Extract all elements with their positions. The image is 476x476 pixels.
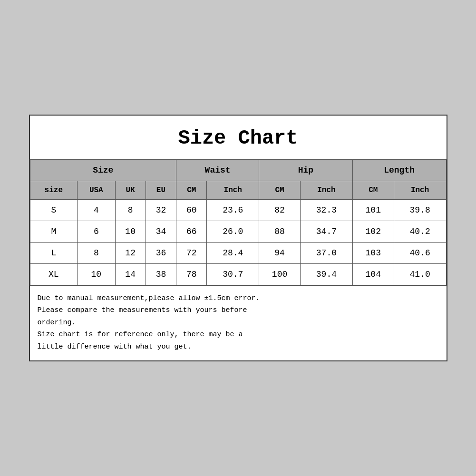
note-line-4: Size chart is for reference only, there …: [38, 329, 439, 341]
cell-eu: 34: [146, 221, 176, 242]
cell-waist-cm: 78: [176, 263, 207, 285]
table-row: XL1014387830.710039.410441.0: [30, 263, 446, 285]
col-length-cm: CM: [352, 181, 394, 199]
cell-usa: 8: [78, 242, 115, 263]
cell-uk: 10: [115, 221, 146, 242]
col-usa: USA: [78, 181, 115, 199]
note-section: Due to manual measurement,please allow ±…: [30, 285, 447, 361]
size-chart: Size Chart Size Waist Hip Length size US…: [29, 115, 447, 362]
table-body: S48326023.68232.310139.8M610346626.08834…: [30, 199, 446, 285]
cell-waist-cm: 60: [176, 199, 207, 221]
cell-size: M: [30, 221, 78, 242]
table-row: M610346626.08834.710240.2: [30, 221, 446, 242]
header-detail-row: size USA UK EU CM Inch CM Inch CM Inch: [30, 181, 446, 199]
cell-hip-inch: 39.4: [301, 263, 353, 285]
cell-waist-inch: 23.6: [207, 199, 259, 221]
col-waist-inch: Inch: [207, 181, 259, 199]
note-line-3: ordering.: [38, 317, 439, 329]
col-waist-cm: CM: [176, 181, 207, 199]
cell-eu: 38: [146, 263, 176, 285]
chart-title: Size Chart: [30, 116, 447, 159]
cell-hip-cm: 82: [259, 199, 301, 221]
table-row: L812367228.49437.010340.6: [30, 242, 446, 263]
cell-length-cm: 102: [352, 221, 394, 242]
size-table: Size Waist Hip Length size USA UK EU CM …: [30, 159, 447, 285]
cell-uk: 12: [115, 242, 146, 263]
cell-length-cm: 104: [352, 263, 394, 285]
cell-waist-cm: 66: [176, 221, 207, 242]
cell-length-inch: 41.0: [394, 263, 446, 285]
cell-waist-inch: 30.7: [207, 263, 259, 285]
cell-waist-cm: 72: [176, 242, 207, 263]
col-eu: EU: [146, 181, 176, 199]
waist-group-header: Waist: [176, 159, 259, 181]
cell-length-cm: 101: [352, 199, 394, 221]
cell-eu: 32: [146, 199, 176, 221]
cell-hip-inch: 34.7: [301, 221, 353, 242]
cell-size: L: [30, 242, 78, 263]
note-line-1: Due to manual measurement,please allow ±…: [38, 292, 439, 305]
cell-uk: 8: [115, 199, 146, 221]
note-line-2: Please compare the measurements with you…: [38, 304, 439, 317]
cell-hip-inch: 37.0: [301, 242, 353, 263]
cell-hip-cm: 88: [259, 221, 301, 242]
col-hip-cm: CM: [259, 181, 301, 199]
cell-hip-inch: 32.3: [301, 199, 353, 221]
cell-eu: 36: [146, 242, 176, 263]
header-group-row: Size Waist Hip Length: [30, 159, 446, 181]
col-hip-inch: Inch: [301, 181, 353, 199]
cell-hip-cm: 94: [259, 242, 301, 263]
cell-size: XL: [30, 263, 78, 285]
cell-waist-inch: 28.4: [207, 242, 259, 263]
cell-length-cm: 103: [352, 242, 394, 263]
cell-size: S: [30, 199, 78, 221]
col-length-inch: Inch: [394, 181, 446, 199]
hip-group-header: Hip: [259, 159, 353, 181]
cell-waist-inch: 26.0: [207, 221, 259, 242]
note-line-5: little difference with what you get.: [38, 341, 439, 353]
cell-usa: 10: [78, 263, 115, 285]
size-group-header: Size: [30, 159, 176, 181]
length-group-header: Length: [352, 159, 446, 181]
cell-hip-cm: 100: [259, 263, 301, 285]
cell-length-inch: 40.6: [394, 242, 446, 263]
col-size: size: [30, 181, 78, 199]
table-row: S48326023.68232.310139.8: [30, 199, 446, 221]
cell-usa: 6: [78, 221, 115, 242]
cell-length-inch: 39.8: [394, 199, 446, 221]
cell-usa: 4: [78, 199, 115, 221]
cell-uk: 14: [115, 263, 146, 285]
cell-length-inch: 40.2: [394, 221, 446, 242]
col-uk: UK: [115, 181, 146, 199]
